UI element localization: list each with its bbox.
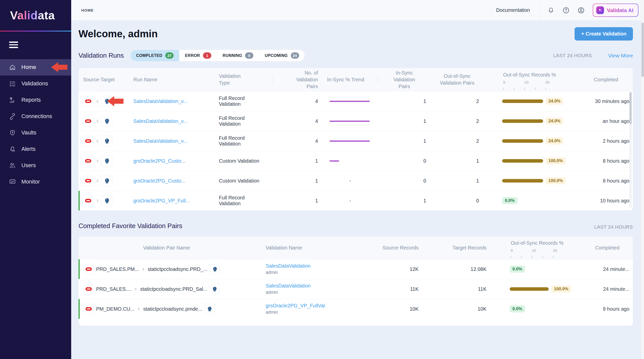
- notifications-bell-icon[interactable]: [547, 7, 554, 14]
- app-logo: Validata: [0, 0, 71, 31]
- breadcrumb[interactable]: HOME: [81, 8, 94, 12]
- table-row: grsOracle2PG_Custo... Custom Validation …: [78, 171, 633, 191]
- in-sync-trend-cell: -: [323, 171, 378, 191]
- completed-cell: 30 minutes ago: [579, 98, 633, 104]
- out-of-sync-pairs-cell: 2: [431, 98, 484, 104]
- in-sync-pairs-cell: 0: [378, 158, 431, 164]
- pair-source-name: PM_DEMO.CU...: [96, 306, 134, 312]
- target-records-cell: 10K: [423, 306, 491, 312]
- source-target-cell: [78, 155, 129, 166]
- documentation-link[interactable]: Documentation: [496, 7, 530, 13]
- sidebar-item-connections[interactable]: Connections: [0, 108, 71, 125]
- oos-pct-badge: 24.0%: [546, 118, 563, 125]
- tab-running[interactable]: RUNNING 0: [217, 50, 259, 61]
- pairs-count-cell: 1: [272, 198, 323, 204]
- create-validation-button[interactable]: + Create Validation: [575, 27, 633, 41]
- sidebar-item-reports[interactable]: Reports: [0, 92, 71, 108]
- trend-sparkline: [330, 101, 370, 102]
- tab-error[interactable]: ERROR 1: [179, 50, 217, 61]
- chevron-right-icon: [137, 307, 141, 311]
- oos-records-cell: 100.0%: [484, 177, 579, 184]
- validation-name-link[interactable]: SalesDataValidation: [266, 283, 311, 289]
- in-sync-pairs-cell: 1: [378, 138, 431, 144]
- postgres-icon: [101, 155, 112, 166]
- oos-records-cell: 0.0%: [491, 305, 582, 312]
- sidebar-item-label: Reports: [21, 97, 41, 103]
- completed-cell: 24 minute...: [582, 266, 633, 272]
- sidebar-item-monitor[interactable]: Monitor: [0, 174, 71, 190]
- run-name-link[interactable]: SalesDataValidation_v...: [133, 98, 187, 104]
- oos-pct-badge: 24.0%: [546, 98, 563, 105]
- sidebar-item-vaults[interactable]: Vaults: [0, 125, 71, 141]
- sidebar-item-home[interactable]: Home: [0, 59, 71, 76]
- card-scrollbar-thumb[interactable]: [629, 92, 632, 124]
- sidebar: Validata Home Validations Reports Connec…: [0, 0, 71, 359]
- completed-cell: 8 hours ago: [579, 158, 633, 164]
- run-name-link[interactable]: grsOracle2PG_VP_Full...: [133, 198, 190, 203]
- tab-label: ERROR: [185, 53, 200, 58]
- run-name-cell: SalesDataValidation_v...: [129, 138, 214, 144]
- in-sync-pairs-cell: 0: [378, 178, 431, 184]
- checklist-icon: [9, 80, 16, 87]
- validation-type-cell: Full Record Validation: [214, 95, 272, 107]
- page-scrollbar-thumb[interactable]: [641, 23, 644, 77]
- table-row: PRD_SALES.... statictpccloadsync.PRD_Sal…: [78, 279, 633, 299]
- users-icon: [9, 162, 16, 169]
- sidebar-item-alerts[interactable]: Alerts: [0, 141, 71, 157]
- oracle-icon: [83, 155, 94, 166]
- pairs-count-cell: 1: [272, 158, 323, 164]
- source-target-cell: [78, 116, 129, 127]
- view-more-link[interactable]: View More: [608, 53, 633, 59]
- account-icon[interactable]: [578, 7, 585, 14]
- run-name-link[interactable]: SalesDataValidation_v...: [133, 118, 187, 124]
- table-row: PM_DEMO.CU... statictpccloadsync.pmde...…: [78, 299, 633, 319]
- help-icon[interactable]: [562, 7, 570, 14]
- run-name-cell: grsOracle2PG_Custo...: [129, 158, 214, 164]
- favorites-card: Validation Pair Name Validation Name Sou…: [78, 236, 633, 326]
- validata-ai-button[interactable]: Validata AI: [593, 4, 638, 17]
- tab-upcoming[interactable]: UPCOMING 24: [259, 50, 304, 61]
- completed-cell: 9 hours ago: [582, 306, 633, 312]
- oos-pct-badge: 100.0%: [551, 285, 571, 293]
- sidebar-item-label: Connections: [21, 113, 52, 120]
- sidebar-item-validations[interactable]: Validations: [0, 76, 71, 92]
- target-records-cell: 12.08K: [423, 266, 491, 272]
- oos-records-cell: 24.0%: [484, 98, 579, 105]
- hamburger-menu-icon[interactable]: [9, 42, 18, 48]
- trend-sparkline: [330, 121, 370, 122]
- table-row: SalesDataValidation_v... Full Record Val…: [78, 111, 633, 131]
- page-scrollbar[interactable]: [641, 0, 644, 359]
- in-sync-trend-cell: -: [323, 191, 378, 210]
- completed-cell: 2 hours ago: [579, 138, 633, 144]
- postgres-icon: [101, 116, 112, 127]
- source-records-cell: 11K: [370, 286, 423, 292]
- postgres-icon: [101, 96, 112, 107]
- validation-name-link[interactable]: SalesDataValidation: [266, 263, 311, 269]
- tab-completed[interactable]: COMPLETED 27: [131, 50, 179, 61]
- run-name-link[interactable]: grsOracle2PG_Custo...: [133, 158, 185, 164]
- pair-target-name: statictpccloadsync.PRD_...: [148, 266, 208, 272]
- trend-sparkline: [330, 160, 339, 162]
- validation-name-link[interactable]: grsOracle2PG_VP_FullVal: [266, 303, 325, 308]
- run-name-link[interactable]: grsOracle2PG_Custo...: [133, 178, 185, 184]
- run-name-link[interactable]: SalesDataValidation_v...: [133, 138, 187, 144]
- sidebar-item-users[interactable]: Users: [0, 157, 71, 174]
- col-in-sync-trend: In-Sync % Trend: [323, 76, 378, 83]
- ai-sparkle-icon: [596, 6, 604, 14]
- oracle-icon: [84, 284, 94, 294]
- oracle-icon: [84, 264, 94, 274]
- error-count-badge: 1: [203, 52, 211, 59]
- col-oos-records-pct: Out-of-Sync Records % 01020: [484, 71, 579, 87]
- oos-axis-labels: 01020: [511, 248, 577, 253]
- col-in-sync-pairs: In-Sync Validation Pairs: [378, 69, 431, 90]
- annotation-arrow-home: [51, 62, 68, 72]
- sidebar-item-label: Alerts: [21, 146, 35, 152]
- table-row: grsOracle2PG_Custo... Custom Validation …: [78, 151, 633, 171]
- oracle-icon: [83, 175, 94, 186]
- connections-icon: [9, 113, 16, 120]
- source-target-cell: [78, 175, 129, 186]
- col-run-name: Run Name: [129, 76, 214, 83]
- sidebar-item-label: Monitor: [21, 178, 40, 185]
- oos-records-cell: 24.0%: [484, 137, 579, 145]
- validation-owner: admin: [266, 289, 370, 295]
